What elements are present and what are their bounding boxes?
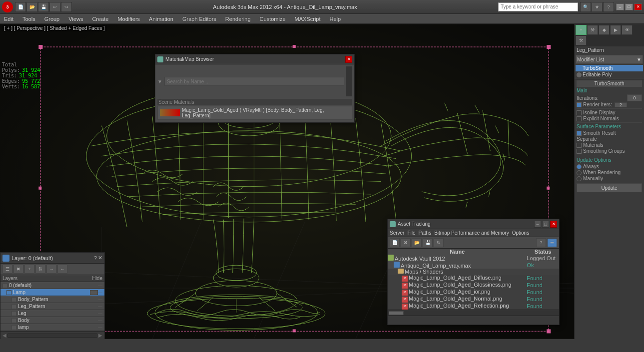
update-button[interactable]: Update — [577, 183, 642, 192]
menu-modifiers[interactable]: Modifiers — [115, 15, 142, 22]
material-search-input[interactable] — [164, 77, 344, 86]
at-menu-options[interactable]: Options — [512, 230, 529, 236]
layers-btn-add[interactable]: + — [24, 265, 34, 274]
material-browser-close[interactable]: ✕ — [345, 56, 352, 63]
table-row[interactable]: PMagic_Lamp_Gold_Aged_Diffuse.png Found — [388, 275, 559, 282]
menu-customize[interactable]: Customize — [258, 15, 288, 22]
at-btn-1[interactable]: 📄 — [390, 238, 400, 247]
at-btn-5[interactable]: ↻ — [434, 238, 444, 247]
layer-lamp-checkbox[interactable] — [90, 290, 98, 295]
toolbar-open[interactable]: 📂 — [26, 2, 37, 12]
table-row[interactable]: PMagic_Lamp_Gold_Aged_Glossiness.png Fou… — [388, 282, 559, 289]
at-btn-4[interactable]: 💾 — [423, 238, 433, 247]
toolbar-redo[interactable]: ↪ — [61, 2, 72, 12]
scroll-left-arrow[interactable]: ◀ — [2, 333, 6, 338]
layer-item-body-pattern[interactable]: Body_Pattern — — [0, 296, 104, 303]
layer-cb-lamp[interactable] — [6, 290, 11, 295]
layers-scrollbar[interactable] — [7, 334, 97, 338]
layer-item-leg[interactable]: Leg — — [0, 310, 104, 317]
menu-create[interactable]: Create — [90, 15, 110, 22]
layers-btn-move[interactable]: ⇅ — [35, 265, 45, 274]
r-icon-display[interactable]: 👁 — [622, 25, 633, 35]
menu-views[interactable]: Views — [66, 15, 85, 22]
layer-cb-body[interactable] — [11, 318, 16, 323]
layer-item-lamp2[interactable]: lamp — — [0, 324, 104, 331]
table-row[interactable]: Autodesk Vault 2012 Logged Out — [388, 255, 559, 262]
table-row[interactable]: Antique_Oil_Lamp_vray.max Ok — [388, 262, 559, 269]
r-icon-hierarchy[interactable]: ◆ — [599, 25, 610, 35]
minimize-button[interactable]: – — [616, 3, 624, 10]
iterations-input[interactable] — [627, 94, 642, 101]
menu-group[interactable]: Group — [42, 15, 62, 22]
material-browser-scrollbar[interactable] — [346, 66, 352, 96]
r-icon-utilities[interactable]: ⚒ — [576, 35, 587, 45]
layer-cb-default[interactable] — [2, 283, 7, 288]
layers-btn-delete[interactable]: ✖ — [13, 265, 23, 274]
smoothing-groups-checkbox[interactable] — [577, 149, 582, 154]
layers-btn-1[interactable]: ☰ — [2, 265, 12, 274]
layer-cb-body-pattern[interactable] — [11, 297, 16, 302]
search-button[interactable]: 🔍 — [580, 2, 591, 12]
materials-checkbox[interactable] — [577, 143, 582, 148]
at-menu-bitmap[interactable]: Bitmap Performance and Memory — [434, 230, 509, 236]
render-iters-checkbox[interactable] — [577, 102, 582, 107]
toolbar-new[interactable]: 📄 — [15, 2, 26, 12]
toolbar-undo[interactable]: ↩ — [49, 2, 60, 12]
scroll-right-arrow[interactable]: ▶ — [98, 333, 102, 338]
when-rendering-radio[interactable] — [577, 170, 582, 175]
asset-tracking-close[interactable]: ✕ — [550, 221, 557, 228]
asset-tracking-maximize[interactable]: □ — [542, 221, 549, 228]
layer-item-default[interactable]: 0 (default) — — [0, 282, 104, 289]
layer-item-lamp[interactable]: Lamp — — [0, 289, 104, 296]
layer-item-body[interactable]: Body — — [0, 317, 104, 324]
table-row[interactable]: PMagic_Lamp_Gold_Aged_Normal.png Found — [388, 296, 559, 303]
material-item[interactable]: Magic_Lamp_Gold_Aged ( VRayMtl ) [Body, … — [157, 106, 352, 120]
menu-animation[interactable]: Animation — [147, 15, 175, 22]
menu-maxscript[interactable]: MAXScript — [293, 15, 323, 22]
modifier-list-dropdown[interactable]: Modifier List ▼ — [576, 55, 643, 64]
table-row[interactable]: Maps / Shaders — [388, 269, 559, 275]
at-btn-help[interactable]: ? — [536, 238, 546, 247]
layers-help-button[interactable]: ? — [94, 255, 97, 261]
table-row[interactable]: PMagic_Lamp_Gold_Aged_ior.png Found — [388, 289, 559, 296]
help-button[interactable]: ? — [603, 2, 614, 12]
layer-cb-leg-pattern[interactable] — [11, 304, 16, 309]
r-icon-modify[interactable]: ⚒ — [587, 25, 598, 35]
search-input[interactable] — [498, 2, 578, 11]
menu-graph-editors[interactable]: Graph Editors — [180, 15, 218, 22]
manually-radio[interactable] — [577, 176, 582, 181]
viewport[interactable]: [ + ] [ Perspective ] [ Shaded + Edged F… — [0, 24, 574, 339]
layers-close-button[interactable]: ✕ — [98, 255, 102, 261]
always-radio[interactable] — [577, 164, 582, 169]
layers-btn-6[interactable]: ← — [57, 265, 67, 274]
asset-tracking-scrollbar[interactable] — [388, 310, 559, 316]
modifier-editable-poly[interactable]: Editable Poly — [576, 71, 643, 78]
render-iters-input[interactable] — [615, 102, 627, 107]
layer-cb-leg[interactable] — [11, 311, 16, 316]
maximize-button[interactable]: □ — [625, 3, 633, 10]
smooth-result-checkbox[interactable] — [577, 131, 582, 136]
isoline-checkbox[interactable] — [577, 110, 582, 115]
asset-tracking-minimize[interactable]: – — [534, 221, 541, 228]
r-icon-create[interactable]: + — [576, 25, 587, 35]
table-row[interactable]: PMagic_Lamp_Gold_Aged_Reflection.png Fou… — [388, 303, 559, 310]
menu-tools[interactable]: Tools — [20, 15, 37, 22]
at-menu-server[interactable]: Server — [390, 230, 404, 236]
layers-btn-5[interactable]: → — [46, 265, 56, 274]
layer-item-leg-pattern[interactable]: Leg_Pattern — — [0, 303, 104, 310]
close-button[interactable]: ✕ — [634, 3, 642, 10]
menu-rendering[interactable]: Rendering — [223, 15, 253, 22]
at-btn-view[interactable]: ☰ — [547, 238, 557, 247]
bookmark-button[interactable]: ★ — [592, 2, 603, 12]
at-menu-file[interactable]: File — [407, 230, 415, 236]
explicit-normals-checkbox[interactable] — [577, 116, 582, 121]
r-icon-motion[interactable]: ▶ — [610, 25, 621, 35]
at-btn-2[interactable]: ✖ — [401, 238, 411, 247]
layer-cb-lamp2[interactable] — [11, 325, 16, 330]
at-btn-3[interactable]: 📂 — [412, 238, 422, 247]
scrollbar-thumb[interactable] — [389, 311, 404, 315]
menu-help[interactable]: Help — [328, 15, 343, 22]
toolbar-save[interactable]: 💾 — [38, 2, 49, 12]
modifier-turbosmooth[interactable]: TurboSmooth — [576, 65, 643, 71]
asset-tracking-table-container[interactable]: Name Status Autodesk Vault 2012 Logged O… — [388, 249, 559, 310]
